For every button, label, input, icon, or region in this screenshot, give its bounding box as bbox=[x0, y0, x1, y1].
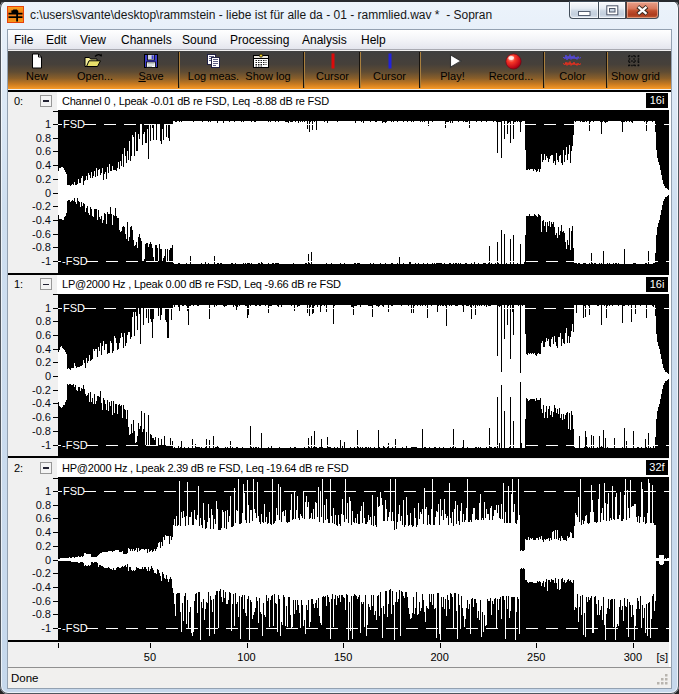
svg-text:FSD: FSD bbox=[63, 302, 85, 314]
svg-text:-FSD: -FSD bbox=[62, 439, 88, 451]
svg-text:FSD: FSD bbox=[63, 485, 85, 497]
svg-text:FSD: FSD bbox=[63, 118, 85, 130]
svg-text:-FSD: -FSD bbox=[62, 622, 88, 634]
svg-text:-FSD: -FSD bbox=[62, 255, 88, 267]
